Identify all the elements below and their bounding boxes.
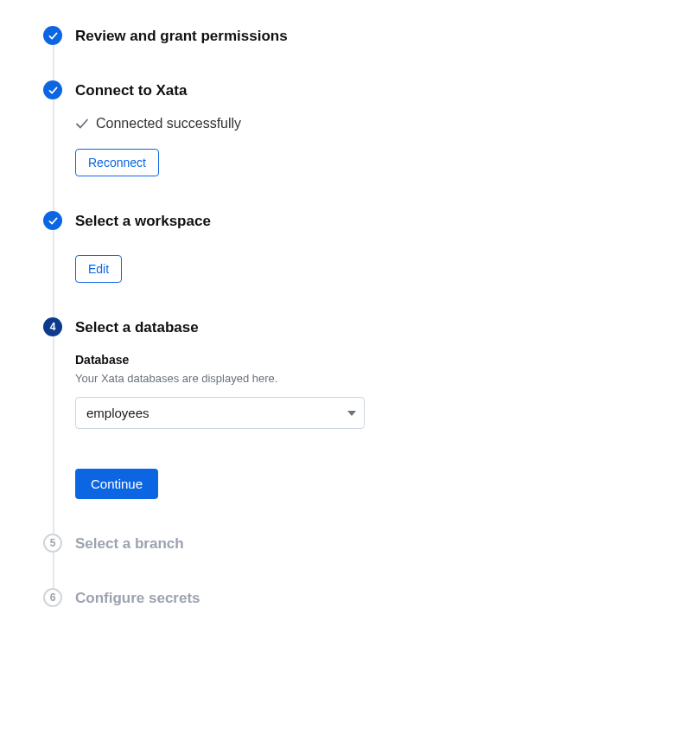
- step-connector: [53, 336, 54, 543]
- check-icon: [75, 117, 89, 131]
- step-indicator-done: [43, 211, 62, 230]
- step-title: Configure secrets: [75, 588, 700, 608]
- step-title: Select a branch: [75, 534, 700, 553]
- continue-button[interactable]: Continue: [75, 469, 158, 499]
- step-body: Database Your Xata databases are display…: [75, 353, 700, 499]
- step-select-database: 4 Select a database Database Your Xata d…: [43, 317, 700, 534]
- step-indicator-done: [43, 80, 62, 99]
- step-body: Connected successfully Reconnect: [75, 116, 700, 176]
- step-title: Select a workspace: [75, 211, 700, 231]
- step-indicator-pending: 6: [43, 588, 62, 607]
- stepper: Review and grant permissions Connect to …: [43, 26, 700, 608]
- step-title: Select a database: [75, 317, 700, 337]
- reconnect-button[interactable]: Reconnect: [75, 149, 159, 176]
- step-indicator-current: 4: [43, 317, 62, 336]
- check-icon: [48, 31, 58, 41]
- action-row: Continue: [75, 469, 700, 499]
- database-select-wrap: employees: [75, 397, 365, 429]
- step-review-permissions: Review and grant permissions: [43, 26, 700, 80]
- database-select[interactable]: employees: [75, 397, 365, 429]
- connection-status: Connected successfully: [75, 116, 700, 131]
- edit-button[interactable]: Edit: [75, 255, 122, 283]
- connection-status-text: Connected successfully: [96, 116, 241, 131]
- step-connector: [53, 230, 54, 327]
- step-select-workspace: Select a workspace Edit: [43, 211, 700, 317]
- step-number: 4: [50, 321, 56, 333]
- step-select-branch: 5 Select a branch: [43, 534, 700, 588]
- step-title: Connect to Xata: [75, 80, 700, 100]
- step-indicator-pending: 5: [43, 534, 62, 553]
- step-title: Review and grant permissions: [75, 26, 700, 46]
- check-icon: [48, 216, 58, 226]
- step-number: 5: [50, 537, 56, 549]
- step-connector: [53, 99, 54, 221]
- step-configure-secrets: 6 Configure secrets: [43, 588, 700, 608]
- step-connect-xata: Connect to Xata Connected successfully R…: [43, 80, 700, 211]
- step-number: 6: [50, 592, 56, 604]
- check-icon: [48, 86, 58, 95]
- database-field-help: Your Xata databases are displayed here.: [75, 372, 700, 385]
- step-indicator-done: [43, 26, 62, 45]
- database-field-label: Database: [75, 353, 700, 367]
